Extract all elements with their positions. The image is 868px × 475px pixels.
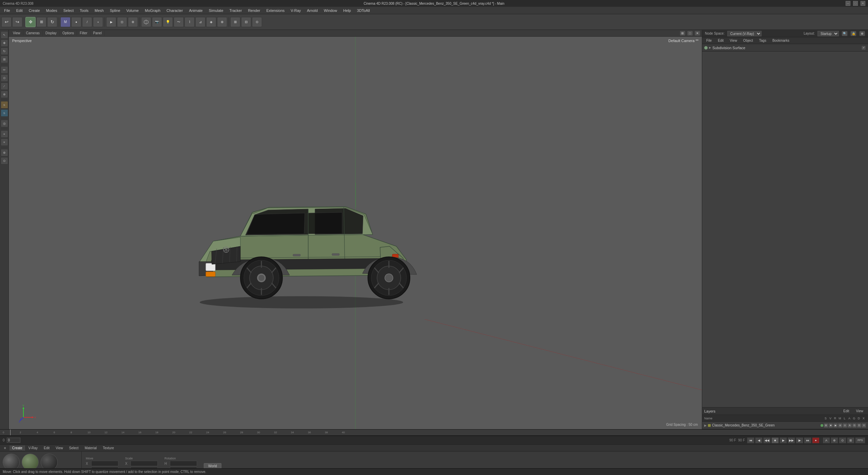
vp-close-button[interactable]: ✕: [694, 31, 701, 36]
layer-icon-6[interactable]: A: [848, 423, 852, 428]
layer-icon-2[interactable]: ■: [829, 423, 833, 428]
menu-vray[interactable]: V-Ray: [288, 8, 303, 13]
vp-tab-filter[interactable]: Filter: [77, 31, 90, 36]
sidebar-magnet-tool[interactable]: ◎: [1, 120, 8, 127]
rp-tab-file[interactable]: File: [704, 38, 714, 43]
menu-mesh[interactable]: Mesh: [92, 8, 106, 13]
record-button[interactable]: ●: [812, 437, 820, 443]
bt-tab-material[interactable]: Material: [82, 445, 100, 451]
bt-tab-view[interactable]: View: [53, 445, 66, 451]
sidebar-select-tool[interactable]: ↖: [1, 31, 8, 39]
sidebar-loop-tool[interactable]: ⊕: [1, 91, 8, 98]
spline-tool[interactable]: 〜: [174, 17, 184, 27]
layer-item[interactable]: ▶ Classic_Mercedes_Benz_350_SE_Green ⊞ ■…: [702, 422, 868, 429]
menu-simulate[interactable]: Simulate: [206, 8, 226, 13]
sidebar-measure-tool[interactable]: ⊙: [1, 157, 8, 165]
sidebar-knife-tool[interactable]: ∕: [1, 82, 8, 90]
bt-tab-texture[interactable]: Texture: [100, 445, 117, 451]
menu-select[interactable]: Select: [61, 8, 77, 13]
deformer-tool[interactable]: ⊿: [195, 17, 205, 27]
layer-icon-8[interactable]: D: [857, 423, 861, 428]
rp-tab-tags[interactable]: Tags: [756, 38, 769, 43]
rp-tab-edit[interactable]: Edit: [715, 38, 726, 43]
bt-tab-create[interactable]: Create: [9, 445, 25, 451]
sidebar-scale-tool[interactable]: ⊞: [1, 56, 8, 63]
menu-spline[interactable]: Spline: [107, 8, 123, 13]
redo-button[interactable]: ↪: [12, 17, 22, 27]
render-settings[interactable]: ⚙: [128, 17, 138, 27]
vp-tab-cameras[interactable]: Cameras: [23, 31, 43, 36]
sidebar-snap-tool[interactable]: ⊛: [1, 149, 8, 156]
layer-icon-5[interactable]: ⊙: [843, 423, 847, 428]
rotate-tool-button[interactable]: ↻: [47, 17, 57, 27]
prev-frame-button[interactable]: ◀: [755, 437, 763, 443]
layer-icon-7[interactable]: G: [852, 423, 856, 428]
minimize-button[interactable]: ─: [846, 1, 850, 6]
lock-button[interactable]: 🔒: [850, 31, 856, 36]
timeline-settings[interactable]: ⊞: [847, 437, 854, 443]
goto-end-button[interactable]: ⏭: [804, 437, 811, 443]
goto-start-button[interactable]: ⏮: [747, 437, 754, 443]
play-reverse-button[interactable]: ◀◀: [763, 437, 771, 443]
menu-character[interactable]: Character: [164, 8, 185, 13]
maximize-button[interactable]: □: [853, 1, 858, 6]
sidebar-layers-tool[interactable]: ≡: [1, 130, 8, 138]
nurbs-tool[interactable]: ⌇: [184, 17, 195, 27]
menu-extensions[interactable]: Extensions: [263, 8, 287, 13]
bt-tab-edit[interactable]: Edit: [41, 445, 52, 451]
x-pos-input[interactable]: [91, 461, 118, 466]
model-mode-button[interactable]: M: [60, 17, 71, 27]
effector-tool[interactable]: ◈: [206, 17, 216, 27]
polygon-mode-button[interactable]: ▪: [93, 17, 103, 27]
layer-icon-3[interactable]: ▶: [833, 423, 837, 428]
next-frame-button[interactable]: ▶: [796, 437, 803, 443]
menu-render[interactable]: Render: [245, 8, 263, 13]
layers-view-tab[interactable]: View: [853, 408, 866, 414]
vp-maximize-button[interactable]: □: [687, 31, 693, 36]
workplane-tool[interactable]: ⊟: [241, 17, 251, 27]
point-mode-button[interactable]: ●: [71, 17, 81, 27]
fps-display[interactable]: FPS: [855, 437, 865, 443]
render-active-view[interactable]: ▶: [106, 17, 116, 27]
layer-visible-dot[interactable]: [821, 424, 823, 427]
menu-create[interactable]: Create: [26, 8, 43, 13]
close-button[interactable]: ✕: [861, 1, 865, 6]
h-input[interactable]: [170, 461, 197, 466]
bt-tab-select[interactable]: Select: [66, 445, 81, 451]
vp-tab-options[interactable]: Options: [60, 31, 77, 36]
light-tool[interactable]: 💡: [163, 17, 173, 27]
layout-select[interactable]: Startup: [817, 31, 839, 36]
sidebar-layers-tool-2[interactable]: ≡: [1, 138, 8, 146]
motion-path-button[interactable]: ⊙: [839, 437, 846, 443]
scale-tool-button[interactable]: ⊞: [36, 17, 46, 27]
autokey-button[interactable]: A: [823, 437, 830, 443]
undo-button[interactable]: ↩: [1, 17, 12, 27]
mograph-tool[interactable]: ⊛: [217, 17, 227, 27]
vp-tab-view[interactable]: View: [10, 31, 23, 36]
subdiv-close[interactable]: ✓: [861, 45, 866, 50]
play-button[interactable]: ▶: [780, 437, 787, 443]
menu-mograph[interactable]: MoGraph: [142, 8, 163, 13]
menu-arnold[interactable]: Arnold: [304, 8, 320, 13]
menu-3dtoall[interactable]: 3DToAll: [354, 8, 373, 13]
frame-start-input[interactable]: [7, 438, 20, 443]
menu-animate[interactable]: Animate: [186, 8, 205, 13]
menu-modes[interactable]: Modes: [43, 8, 60, 13]
move-tool-button[interactable]: ✥: [25, 17, 36, 27]
rp-tab-bookmarks[interactable]: Bookmarks: [770, 38, 792, 43]
snap-tool[interactable]: ⊞: [230, 17, 240, 27]
vp-lock-button[interactable]: ⊞: [679, 31, 686, 36]
menu-edit[interactable]: Edit: [14, 8, 25, 13]
bt-tab-vray[interactable]: V-Ray: [26, 445, 40, 451]
search-button[interactable]: 🔍: [842, 31, 848, 36]
layer-icon-4[interactable]: ⊛: [838, 423, 842, 428]
cube-tool[interactable]: [141, 17, 151, 27]
keyframe-button[interactable]: ⊕: [831, 437, 838, 443]
stop-button[interactable]: ■: [771, 437, 779, 443]
sidebar-rotate-tool[interactable]: ↻: [1, 48, 8, 55]
camera-tool[interactable]: 📷: [152, 17, 162, 27]
viewport[interactable]: Perspective Default Camera **: [9, 37, 702, 429]
sidebar-pen-tool[interactable]: ✏: [1, 66, 8, 74]
layer-icon-9[interactable]: X: [862, 423, 866, 428]
menu-tools[interactable]: Tools: [77, 8, 91, 13]
